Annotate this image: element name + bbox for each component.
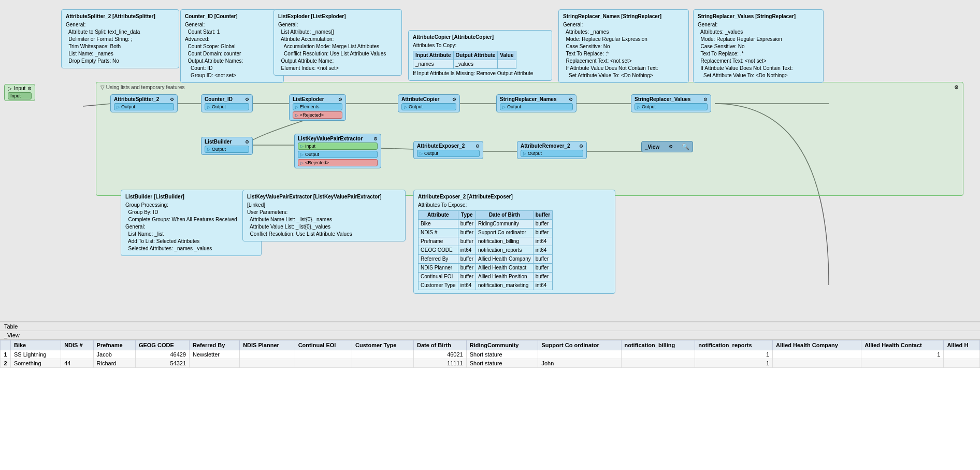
type-prefname: buffer xyxy=(458,237,475,246)
node-listkvpe-rejected[interactable]: ▷ <Rejected> xyxy=(298,159,378,166)
node-listexploder-label: ListExploder xyxy=(293,96,324,102)
node-strrepl-names-output-label: Output xyxy=(507,104,521,109)
node-strrepl-values[interactable]: StringReplacer_Values ⚙ ▷ Output xyxy=(631,94,711,112)
tooltip-strrepl-names-title: StringReplacer_Names [StringReplacer] xyxy=(563,13,684,20)
row1-notifreports: 1 xyxy=(695,350,773,359)
row1-num: 1 xyxy=(1,350,11,359)
tooltip-listbuilder-title: ListBuilder [ListBuilder] xyxy=(125,193,257,201)
node-listexploder-rejected[interactable]: ▷ <Rejected> xyxy=(293,111,342,119)
node-counter-output[interactable]: ▷ Output xyxy=(205,103,249,110)
node-view-gear[interactable]: ⚙ xyxy=(669,144,673,149)
attr-alliedhealthpos: Allied Health Position xyxy=(476,273,534,281)
input-panel[interactable]: ▷ Input ⚙ Input xyxy=(4,84,35,101)
node-listbuilder-label: ListBuilder xyxy=(205,139,232,145)
attrcopier-footer: If Input Attribute Is Missing: Remove Ou… xyxy=(413,70,547,77)
node-strrepl-names[interactable]: StringReplacer_Names ⚙ ▷ Output xyxy=(496,94,577,112)
row2-notifreports: 1 xyxy=(695,359,773,368)
node-attrexposer2-output[interactable]: ▷ Output xyxy=(417,150,480,157)
tooltip-attrexposer-sublabel: Attributes To Expose: xyxy=(418,202,611,209)
row2-alliedhealthcompany xyxy=(773,359,861,368)
node-strrepl-names-label: StringReplacer_Names xyxy=(500,96,557,102)
attr-customertype: Customer Type xyxy=(419,281,458,290)
node-view-search[interactable]: 🔍 xyxy=(682,143,689,150)
node-listkvpe-input-label: Input xyxy=(305,144,315,149)
attr-continualeoi: Continual EOI xyxy=(419,273,458,281)
attr-bike: Bike xyxy=(419,220,458,229)
row2-geogcode: 54321 xyxy=(135,359,189,368)
node-attrremover2-output[interactable]: ▷ Output xyxy=(521,150,583,157)
attrcopier-col-value: Value xyxy=(498,51,516,60)
node-listbuilder-output[interactable]: ▷ Output xyxy=(205,146,249,153)
col-type: Type xyxy=(458,211,475,220)
node-listkvpe[interactable]: ListKeyValuePairExtractor ⚙ ▷ Input ▷ Ou… xyxy=(294,134,381,168)
bottom-section: Table _View Bike NDIS # Prefname GEOG CO… xyxy=(0,321,980,470)
node-listexploder[interactable]: ListExploder ⚙ ▷ Elements ▷ <Rejected> xyxy=(289,94,346,121)
node-strrepl-names-output[interactable]: ▷ Output xyxy=(500,103,573,110)
node-counter[interactable]: Counter_ID ⚙ ▷ Output xyxy=(201,94,253,112)
view-label: _View xyxy=(0,331,980,340)
row1-alliedhealthcontact: 1 xyxy=(861,350,944,359)
node-listbuilder-gear[interactable]: ⚙ xyxy=(245,139,249,145)
col-notifreports: notification_reports xyxy=(695,340,773,350)
row2-num: 2 xyxy=(1,359,11,368)
node-listkvpe-rejected-label: <Rejected> xyxy=(305,160,329,165)
input-node[interactable]: Input xyxy=(8,92,32,99)
row2-notifbilling xyxy=(621,359,695,368)
input-gear-icon[interactable]: ⚙ xyxy=(27,86,32,91)
node-attrexposer2[interactable]: AttributeExposer_2 ⚙ ▷ Output xyxy=(413,141,483,159)
node-attrsplitter-output[interactable]: ▷ Output xyxy=(114,103,174,110)
node-attrcopier[interactable]: AttributeCopier ⚙ ▷ Output xyxy=(398,94,460,112)
node-strrepl-values-output-label: Output xyxy=(642,104,656,109)
row1-supportco xyxy=(538,350,621,359)
group-expand-icon[interactable]: ⚙ xyxy=(954,84,959,90)
node-listexploder-elements[interactable]: ▷ Elements xyxy=(293,103,342,110)
node-listkvpe-output-label: Output xyxy=(305,152,319,157)
node-strrepl-values-output[interactable]: ▷ Output xyxy=(635,103,708,110)
row2-supportco: John xyxy=(538,359,621,368)
node-listkvpe-output[interactable]: ▷ Output xyxy=(298,151,378,158)
row1-ndisplanner xyxy=(240,350,295,359)
node-attrcopier-output[interactable]: ▷ Output xyxy=(401,103,456,110)
type-continualeoi: buffer xyxy=(458,273,475,281)
node-attrexposer2-gear[interactable]: ⚙ xyxy=(475,144,480,149)
row1-notifbilling xyxy=(621,350,695,359)
node-strrepl-values-gear[interactable]: ⚙ xyxy=(703,97,708,102)
col-alliedh: Allied H xyxy=(944,340,980,350)
node-listkvpe-gear[interactable]: ⚙ xyxy=(373,136,378,141)
node-listexploder-rejected-label: <Rejected> xyxy=(300,112,324,118)
node-attrexposer2-output-label: Output xyxy=(424,151,438,156)
node-counter-gear[interactable]: ⚙ xyxy=(245,97,249,102)
node-attrsplitter[interactable]: AttributeSplitter_2 ⚙ ▷ Output xyxy=(110,94,178,112)
node-listexploder-gear[interactable]: ⚙ xyxy=(338,97,342,102)
node-attrcopier-output-label: Output xyxy=(409,104,423,109)
col-buffer: buffer xyxy=(533,211,552,220)
tooltip-counter-content: General: Count Start: 1 Advanced: Count … xyxy=(185,21,279,79)
col-ndis: NDIS # xyxy=(61,340,93,350)
type-alliedhealthcontact: buffer xyxy=(533,264,552,273)
node-view[interactable]: _View ⚙ 🔍 xyxy=(641,141,693,152)
type-referredby: buffer xyxy=(458,255,475,264)
node-listbuilder[interactable]: ListBuilder ⚙ ▷ Output xyxy=(201,137,253,155)
node-attrremover2-label: AttributeRemover_2 xyxy=(521,143,570,149)
node-strrepl-names-gear[interactable]: ⚙ xyxy=(569,97,573,102)
tooltip-listkvpe-content: [Linked] User Parameters: Attribute Name… xyxy=(247,202,401,238)
attr-notifmarketing: notification_marketing xyxy=(476,281,534,290)
tooltip-strrepl-values: StringReplacer_Values [StringReplacer] G… xyxy=(693,9,824,83)
row1-alliedh xyxy=(944,350,980,359)
row1-ndis xyxy=(61,350,93,359)
node-attrremover2-gear[interactable]: ⚙ xyxy=(579,144,583,149)
table-row: 2 Something 44 Richard 54321 11111 Short… xyxy=(1,359,980,368)
tooltip-attrexposer: AttributeExposer_2 [AttributeExposer] At… xyxy=(413,190,615,294)
node-attrsplitter-gear[interactable]: ⚙ xyxy=(170,97,174,102)
node-attrcopier-gear[interactable]: ⚙ xyxy=(452,97,456,102)
row1-geogcode: 46429 xyxy=(135,350,189,359)
row2-alliedh xyxy=(944,359,980,368)
node-attrremover2[interactable]: AttributeRemover_2 ⚙ ▷ Output xyxy=(517,141,587,159)
attr-alliedhealthco: Allied Health Company xyxy=(476,255,534,264)
col-attribute: Attribute xyxy=(419,211,458,220)
attr-notifbilling: notification_billing xyxy=(476,237,534,246)
row1-ridingcommunity: Short stature xyxy=(466,350,538,359)
table-header-row: Bike NDIS # Prefname GEOG CODE Referred … xyxy=(1,340,980,350)
node-listkvpe-input[interactable]: ▷ Input xyxy=(298,143,378,150)
type-notifmarketing: int64 xyxy=(533,281,552,290)
